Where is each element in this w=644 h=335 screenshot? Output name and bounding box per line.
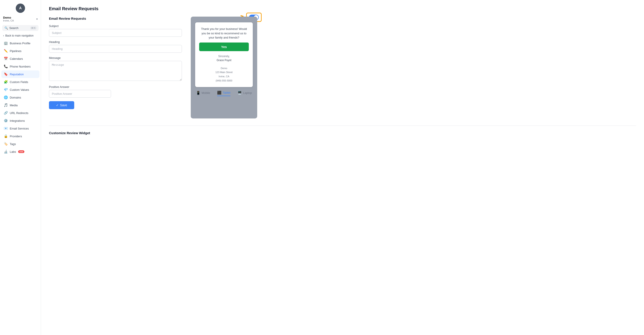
preview-yes-button[interactable]: Yes: [199, 42, 249, 51]
sidebar-item-email-services[interactable]: 📧 Email Services: [1, 125, 40, 132]
device-tab-laptop[interactable]: 🖥️ Laptop: [238, 91, 252, 96]
sidebar-item-providers[interactable]: 🔒 Providers: [1, 132, 40, 140]
sidebar-label-email-services: Email Services: [10, 127, 29, 130]
sidebar-label-calendars: Calendars: [10, 57, 23, 60]
positive-answer-input[interactable]: [49, 90, 111, 98]
save-button[interactable]: ✓ Save: [49, 101, 74, 109]
message-group: Message: [49, 56, 182, 82]
sidebar-item-url-redirects[interactable]: 🔗 URL Redirects: [1, 109, 40, 117]
bottom-title: Customize Review Widget: [49, 131, 636, 135]
subject-label: Subject: [49, 24, 182, 28]
sidebar-avatar-area: A: [0, 0, 41, 15]
sidebar: A Demo Irvine, CA ▾ 🔍 Search ⌘ K ‹ Back …: [0, 0, 41, 335]
sidebar-user-location: Irvine, CA: [3, 19, 14, 22]
sidebar-item-domains[interactable]: 🌐 Domains: [1, 94, 40, 101]
heading-label: Heading: [49, 40, 182, 44]
main-inner: Email Review Requests Email Review Reque…: [41, 0, 644, 335]
form-section-title: Email Review Requests: [49, 16, 182, 20]
pipelines-icon: ✏️: [4, 49, 8, 53]
tablet-label: Tablet: [223, 91, 230, 94]
laptop-label: Laptop: [243, 91, 252, 94]
save-checkmark-icon: ✓: [56, 103, 59, 107]
subject-group: Subject: [49, 24, 182, 37]
sidebar-item-phone-numbers[interactable]: 📞 Phone Numbers: [1, 63, 40, 70]
form-panel: Email Review Requests Subject Heading Me…: [49, 16, 182, 118]
custom-values-icon: 💎: [4, 88, 8, 92]
message-textarea[interactable]: [49, 61, 182, 81]
phone-numbers-icon: 📞: [4, 64, 8, 68]
sidebar-item-custom-fields[interactable]: 🧩 Custom Fields: [1, 78, 40, 86]
sidebar-label-tags: Tags: [10, 142, 16, 146]
device-tab-tablet[interactable]: ⬛ Tablet: [217, 91, 230, 96]
sidebar-item-calendars[interactable]: 📅 Calendars: [1, 55, 40, 62]
search-label: Search: [9, 26, 29, 30]
sidebar-label-custom-values: Custom Values: [10, 88, 29, 91]
labs-icon: 🔬: [4, 150, 8, 154]
reputation-icon: 🔖: [4, 72, 8, 76]
sidebar-label-phone-numbers: Phone Numbers: [10, 65, 30, 68]
calendars-icon: 📅: [4, 57, 8, 61]
sidebar-navigation: 🏢 Business Profile ✏️ Pipelines 📅 Calend…: [0, 39, 41, 155]
preview-heading-text: Thank you for your business! Would you b…: [199, 27, 249, 40]
subject-input[interactable]: [49, 29, 182, 37]
preview-business-name: Demo: [199, 66, 249, 70]
positive-answer-label: Positive Answer: [49, 85, 182, 89]
form-layout: Email Review Requests Subject Heading Me…: [49, 16, 636, 118]
sidebar-label-domains: Domains: [10, 96, 21, 99]
sidebar-item-pipelines[interactable]: ✏️ Pipelines: [1, 47, 40, 55]
chevron-down-icon: ▾: [36, 17, 38, 20]
search-icon: 🔍: [4, 26, 8, 30]
sidebar-label-url-redirects: URL Redirects: [10, 111, 28, 115]
preview-city-state: Irvine, CA: [199, 74, 249, 79]
custom-fields-icon: 🧩: [4, 80, 8, 84]
tags-icon: 🏷️: [4, 142, 8, 146]
positive-answer-group: Positive Answer: [49, 85, 182, 98]
preview-panel-container: ➜ Thank you for your business! Would you…: [191, 16, 257, 118]
back-to-main-nav[interactable]: ‹ Back to main navigation: [0, 33, 41, 39]
sidebar-user-section[interactable]: Demo Irvine, CA ▾: [0, 15, 41, 24]
preview-sincerely: Sincerely,: [199, 55, 249, 58]
sidebar-label-media: Media: [10, 104, 18, 107]
main-content: Email Review Requests Email Review Reque…: [41, 0, 644, 335]
sidebar-label-business-profile: Business Profile: [10, 42, 30, 45]
sidebar-label-integrations: Integrations: [10, 119, 25, 122]
badge-new-labs: new: [18, 150, 24, 153]
save-label: Save: [60, 103, 67, 107]
integrations-icon: ⚙️: [4, 119, 8, 123]
avatar[interactable]: A: [16, 3, 25, 13]
sidebar-label-reputation: Reputation: [10, 73, 24, 76]
back-label: Back to main navigation: [5, 34, 34, 37]
preview-address: 123 Main Street: [199, 70, 249, 74]
email-services-icon: 📧: [4, 126, 8, 130]
media-icon: 🎵: [4, 103, 8, 107]
sidebar-item-tags[interactable]: 🏷️ Tags: [1, 140, 40, 148]
message-label: Message: [49, 56, 182, 59]
search-shortcut: ⌘ K: [30, 26, 36, 29]
mobile-icon: 📱: [196, 91, 200, 95]
heading-input[interactable]: [49, 45, 182, 53]
sidebar-item-labs[interactable]: 🔬 Labs new: [1, 148, 40, 155]
business-profile-icon: 🏢: [4, 41, 8, 45]
page-title: Email Review Requests: [49, 6, 636, 11]
domains-icon: 🌐: [4, 95, 8, 99]
sidebar-label-labs: Labs: [10, 150, 16, 153]
preview-panel: Thank you for your business! Would you b…: [191, 16, 257, 118]
sidebar-user-name: Demo: [3, 16, 14, 19]
providers-icon: 🔒: [4, 134, 8, 138]
sidebar-item-business-profile[interactable]: 🏢 Business Profile: [1, 39, 40, 47]
sidebar-label-pipelines: Pipelines: [10, 49, 22, 53]
heading-group: Heading: [49, 40, 182, 53]
sidebar-label-providers: Providers: [10, 135, 22, 138]
preview-phone: (949) 555-5000: [199, 79, 249, 83]
sidebar-item-media[interactable]: 🎵 Media: [1, 101, 40, 109]
url-redirects-icon: 🔗: [4, 111, 8, 115]
tablet-icon: ⬛: [217, 91, 222, 95]
preview-name: Grace Puyot: [199, 59, 249, 62]
sidebar-item-custom-values[interactable]: 💎 Custom Values: [1, 86, 40, 93]
device-tab-mobile[interactable]: 📱 Mobile: [196, 91, 210, 96]
sidebar-search[interactable]: 🔍 Search ⌘ K: [2, 25, 38, 31]
sidebar-item-integrations[interactable]: ⚙️ Integrations: [1, 117, 40, 124]
sidebar-item-reputation[interactable]: 🔖 Reputation: [1, 70, 40, 78]
mobile-label: Mobile: [202, 91, 210, 94]
sidebar-label-custom-fields: Custom Fields: [10, 80, 28, 84]
